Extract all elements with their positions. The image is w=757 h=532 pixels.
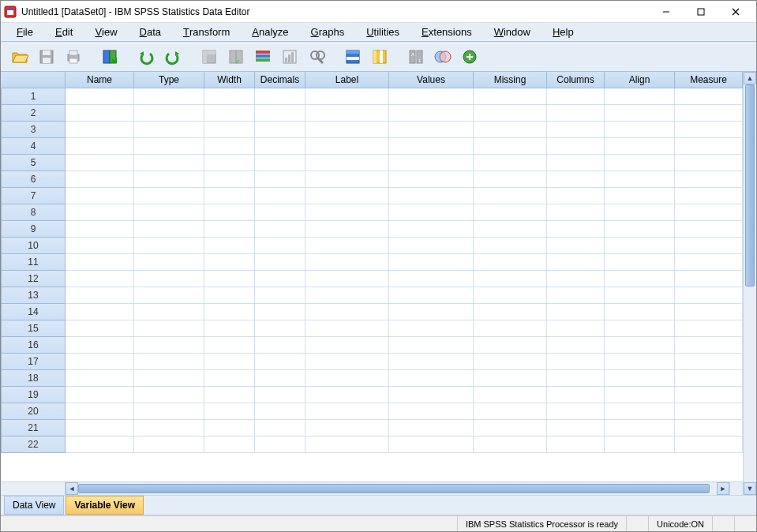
cell[interactable] [204,304,255,320]
row-header[interactable]: 22 [1,436,66,453]
cell[interactable] [474,171,547,188]
cell[interactable] [305,221,389,238]
cell[interactable] [547,354,605,370]
cell[interactable] [389,271,474,287]
cell[interactable] [675,105,743,122]
cell[interactable] [547,105,605,122]
vscroll-thumb[interactable] [745,84,755,287]
cell[interactable] [389,436,474,453]
cell[interactable] [204,122,255,138]
cell[interactable] [675,287,743,304]
variables-icon[interactable] [250,45,275,69]
cell[interactable] [605,320,675,337]
maximize-button[interactable] [684,2,718,22]
cell[interactable] [675,337,743,354]
cell[interactable] [605,403,675,420]
cell[interactable] [255,420,305,436]
cell[interactable] [255,354,305,370]
cell[interactable] [134,420,204,436]
cell[interactable] [675,171,743,188]
cell[interactable] [305,88,389,105]
cell[interactable] [255,88,305,105]
row-header[interactable]: 9 [1,221,66,238]
cell[interactable] [66,320,134,337]
cell[interactable] [255,221,305,238]
col-header-type[interactable]: Type [134,72,204,88]
row-header[interactable]: 1 [1,88,66,105]
cell[interactable] [389,105,474,122]
cell[interactable] [255,188,305,204]
cell[interactable] [474,122,547,138]
menu-extensions[interactable]: Extensions [410,23,483,41]
cell[interactable] [255,238,305,254]
cell[interactable] [255,370,305,387]
cell[interactable] [675,238,743,254]
menu-utilities[interactable]: Utilities [355,23,410,41]
cell[interactable] [66,105,134,122]
cell[interactable] [134,387,204,403]
cell[interactable] [474,320,547,337]
cell[interactable] [305,155,389,171]
cell[interactable] [66,122,134,138]
cell[interactable] [66,204,134,221]
cell[interactable] [389,337,474,354]
row-header[interactable]: 8 [1,204,66,221]
cell[interactable] [204,387,255,403]
cell[interactable] [134,88,204,105]
cell[interactable] [389,221,474,238]
cell[interactable] [305,370,389,387]
cell[interactable] [66,88,134,105]
cell[interactable] [389,320,474,337]
cell[interactable] [134,238,204,254]
cell[interactable] [134,436,204,453]
cell[interactable] [547,204,605,221]
cell[interactable] [605,354,675,370]
cell[interactable] [474,271,547,287]
cell[interactable] [66,155,134,171]
cell[interactable] [474,221,547,238]
cell[interactable] [66,271,134,287]
cell[interactable] [305,403,389,420]
row-header[interactable]: 19 [1,387,66,403]
menu-transform[interactable]: Transform [172,23,241,41]
cell[interactable] [305,254,389,271]
cell[interactable] [134,287,204,304]
cell[interactable] [474,304,547,320]
cell[interactable] [675,354,743,370]
cell[interactable] [204,370,255,387]
cell[interactable] [389,254,474,271]
cell[interactable] [547,420,605,436]
col-header-label[interactable]: Label [305,72,389,88]
cell[interactable] [474,370,547,387]
cell[interactable] [305,320,389,337]
cell[interactable] [389,155,474,171]
cell[interactable] [66,420,134,436]
undo-icon[interactable] [133,45,159,69]
cell[interactable] [547,337,605,354]
cell[interactable] [305,287,389,304]
cell[interactable] [389,304,474,320]
cell[interactable] [255,337,305,354]
cell[interactable] [66,171,134,188]
cell[interactable] [255,254,305,271]
weight-cases-icon[interactable] [430,45,455,69]
menu-data[interactable]: Data [129,23,172,41]
cell[interactable] [605,254,675,271]
cell[interactable] [66,287,134,304]
cell[interactable] [204,238,255,254]
scroll-up-icon[interactable]: ▲ [744,72,756,84]
row-header[interactable]: 20 [1,403,66,420]
cell[interactable] [605,370,675,387]
minimize-button[interactable] [649,2,684,22]
cell[interactable] [134,337,204,354]
cell[interactable] [255,304,305,320]
cell[interactable] [66,138,134,155]
cell[interactable] [134,188,204,204]
row-header[interactable]: 5 [1,155,66,171]
cell[interactable] [675,221,743,238]
row-header[interactable]: 12 [1,271,66,287]
cell[interactable] [389,238,474,254]
cell[interactable] [675,420,743,436]
cell[interactable] [255,387,305,403]
cell[interactable] [66,403,134,420]
